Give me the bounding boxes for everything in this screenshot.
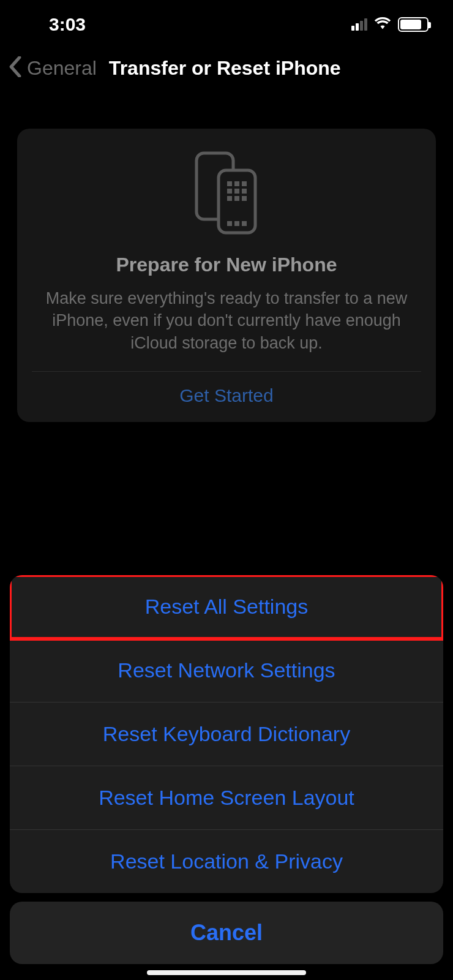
- svg-rect-10: [242, 196, 247, 201]
- reset-all-settings-button[interactable]: Reset All Settings: [10, 575, 443, 639]
- back-button-label[interactable]: General: [27, 57, 97, 80]
- svg-rect-9: [234, 196, 239, 201]
- svg-rect-3: [234, 181, 239, 186]
- svg-rect-11: [227, 221, 232, 226]
- nav-header: General Transfer or Reset iPhone: [0, 43, 453, 92]
- svg-rect-13: [242, 221, 247, 226]
- battery-icon: [398, 17, 429, 32]
- reset-options-group: Reset All Settings Reset Network Setting…: [10, 575, 443, 893]
- svg-rect-4: [242, 181, 247, 186]
- page-title: Transfer or Reset iPhone: [109, 57, 341, 80]
- home-indicator[interactable]: [147, 970, 306, 975]
- status-icons: [351, 16, 429, 33]
- svg-rect-7: [242, 189, 247, 194]
- svg-rect-6: [234, 189, 239, 194]
- wifi-icon: [373, 16, 392, 33]
- back-chevron-icon[interactable]: [9, 56, 22, 80]
- prepare-card-title: Prepare for New iPhone: [29, 254, 424, 276]
- reset-location-privacy-button[interactable]: Reset Location & Privacy: [10, 830, 443, 893]
- svg-rect-8: [227, 196, 232, 201]
- status-bar: 3:03: [0, 0, 453, 43]
- status-time: 3:03: [49, 14, 86, 35]
- svg-rect-5: [227, 189, 232, 194]
- get-started-button[interactable]: Get Started: [29, 372, 424, 422]
- svg-rect-12: [234, 221, 239, 226]
- reset-network-settings-button[interactable]: Reset Network Settings: [10, 639, 443, 703]
- prepare-card-body: Make sure everything's ready to transfer…: [29, 287, 424, 371]
- reset-home-screen-layout-button[interactable]: Reset Home Screen Layout: [10, 766, 443, 830]
- reset-action-sheet: Reset All Settings Reset Network Setting…: [10, 575, 443, 964]
- cellular-signal-icon: [351, 18, 367, 31]
- cancel-button[interactable]: Cancel: [10, 902, 443, 964]
- prepare-card: Prepare for New iPhone Make sure everyth…: [17, 129, 436, 422]
- reset-keyboard-dictionary-button[interactable]: Reset Keyboard Dictionary: [10, 703, 443, 766]
- svg-rect-2: [227, 181, 232, 186]
- transfer-phones-icon: [29, 151, 424, 236]
